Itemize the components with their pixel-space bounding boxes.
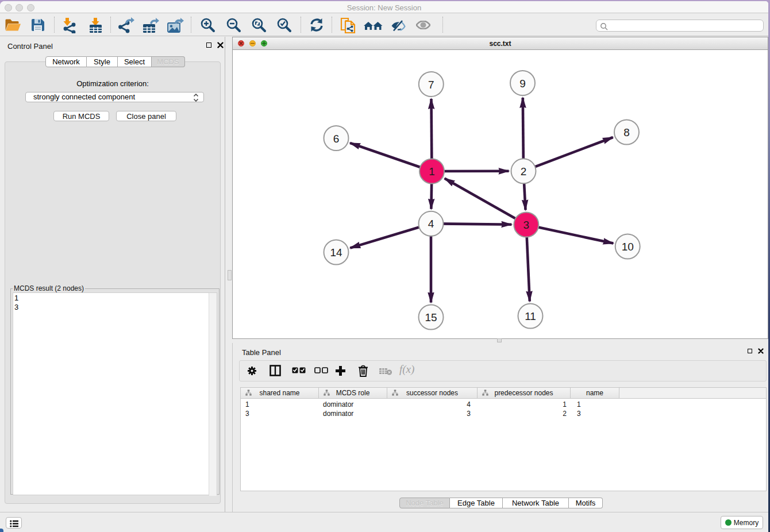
svg-text:1: 1 [429,165,435,178]
svg-text:3: 3 [523,219,530,231]
svg-text:9: 9 [519,78,526,90]
svg-text:2: 2 [521,165,527,178]
svg-text:8: 8 [623,126,630,138]
svg-text:10: 10 [622,241,634,253]
svg-text:11: 11 [525,310,536,322]
svg-text:6: 6 [333,133,340,145]
svg-text:7: 7 [428,79,434,91]
svg-text:15: 15 [425,311,437,323]
svg-text:4: 4 [428,218,434,230]
svg-text:14: 14 [330,246,342,259]
